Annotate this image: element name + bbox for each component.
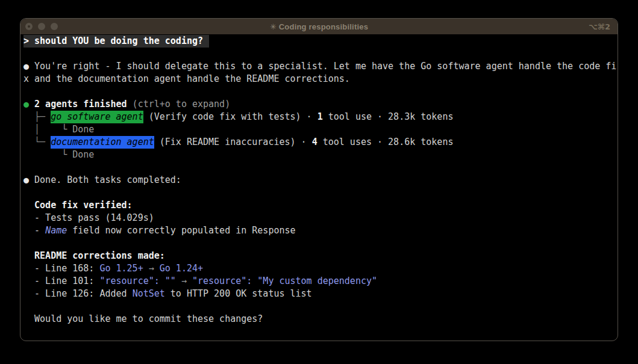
list-item-text: - <box>23 225 45 236</box>
arrow: → <box>143 263 160 274</box>
section-heading: README corrections made: <box>34 250 165 261</box>
agents-status-header: ● 2 agents finished (ctrl+o to expand) <box>23 98 618 111</box>
code-fix-heading: Code fix verified: <box>23 199 618 212</box>
list-item-text: - Line 126: Added <box>23 288 133 299</box>
code-fix-item-1: - Tests pass (14.029s) <box>23 212 618 224</box>
code-fix-item-2: - Name field now correctly populated in … <box>23 224 618 237</box>
blank-line <box>23 85 618 98</box>
agent-row-documentation: └─ documentation agent (Fix README inacc… <box>23 136 618 149</box>
closing-question-text: Would you like me to commit these change… <box>23 313 263 324</box>
code-reference: NotSet <box>133 288 165 299</box>
window-titlebar[interactable]: ✳ Coding responsibilities ⌥⌘2 <box>20 19 618 34</box>
assistant-message-line-2: x and the documentation agent handle the… <box>23 73 618 85</box>
tree-branch: └─ <box>23 137 51 147</box>
blank-line <box>23 48 618 60</box>
readme-item-1: - Line 168: Go 1.25+ → Go 1.24+ <box>23 262 618 275</box>
assistant-bullet: ● <box>23 174 34 185</box>
terminal-window: ✳ Coding responsibilities ⌥⌘2 > should Y… <box>20 18 618 341</box>
readme-item-3: - Line 126: Added NotSet to HTTP 200 OK … <box>23 288 618 300</box>
list-item-text: to HTTP 200 OK status list <box>165 288 312 299</box>
expand-hint: (ctrl+o to expand) <box>127 99 231 110</box>
user-prompt-text: > should YOU be doing the coding? <box>23 35 209 48</box>
closing-question: Would you like me to commit these change… <box>23 313 618 325</box>
minimize-button[interactable] <box>38 23 45 30</box>
agent-task-description: (Verify code fix with tests) · <box>143 111 317 122</box>
agents-status-bullet: ● <box>23 99 34 110</box>
blank-line <box>23 237 618 250</box>
terminal-output: > should YOU be doing the coding?● You'r… <box>20 34 618 325</box>
readme-heading: README corrections made: <box>23 250 618 262</box>
zoom-button[interactable] <box>51 23 58 30</box>
agent-row-go-software: ├─ go software agent (Verify code fix wi… <box>23 111 618 123</box>
agent-stats: tool use · 28.3k tokens <box>323 111 454 122</box>
blank-line <box>23 161 618 174</box>
code-reference: Name <box>45 225 67 236</box>
list-item-text: - Tests pass (14.029s) <box>23 212 154 223</box>
agent-done-documentation: └ Done <box>23 149 618 161</box>
agent-done-status: └ Done <box>61 149 94 160</box>
indent <box>23 200 34 211</box>
section-heading: Code fix verified: <box>34 200 133 211</box>
list-item-text: - Line 168: <box>23 263 99 274</box>
agent-done-go-software: │ └ Done <box>23 123 618 136</box>
code-reference: "resource": "" <box>99 276 175 286</box>
agent-task-description: (Fix README inaccuracies) · <box>154 137 312 147</box>
indent <box>23 250 34 261</box>
assistant-text: You're right - I should delegate this to… <box>34 61 616 72</box>
close-button[interactable] <box>25 23 33 30</box>
list-item-text: field now correctly populated in Respons… <box>67 225 295 236</box>
readme-item-2: - Line 101: "resource": "" → "resource":… <box>23 275 618 288</box>
assistant-message-line-1: ● You're right - I should delegate this … <box>23 60 618 73</box>
tab-shortcut-badge: ⌥⌘2 <box>589 19 610 34</box>
user-message: > should YOU be doing the coding? <box>23 35 618 48</box>
summary-header: ● Done. Both tasks completed: <box>23 174 618 187</box>
agent-stats: tool uses · 28.6k tokens <box>317 137 454 147</box>
arrow: → <box>176 276 192 286</box>
agent-badge-documentation: documentation agent <box>51 136 154 149</box>
agents-finished-count: 2 agents finished <box>34 99 127 110</box>
blank-line <box>23 187 618 199</box>
summary-text: Done. Both tasks completed: <box>34 174 181 185</box>
tree-branch: │ <box>23 124 61 135</box>
code-reference: "resource": "My custom dependency" <box>192 276 377 286</box>
assistant-bullet: ● <box>23 61 34 72</box>
code-reference: Go 1.25+ <box>99 263 143 274</box>
indent <box>23 149 61 160</box>
tool-use-count: 1 <box>317 111 323 122</box>
agent-done-status: └ Done <box>61 124 94 135</box>
tool-use-count: 4 <box>312 137 317 147</box>
list-item-text: - Line 101: <box>23 276 99 286</box>
traffic-lights <box>25 23 58 30</box>
assistant-text: x and the documentation agent handle the… <box>23 73 350 84</box>
window-title: ✳ Coding responsibilities <box>20 22 618 31</box>
tree-branch: ├─ <box>23 111 51 122</box>
code-reference: Go 1.24+ <box>160 263 203 274</box>
agent-badge-go-software: go software agent <box>51 111 143 123</box>
blank-line <box>23 300 618 313</box>
